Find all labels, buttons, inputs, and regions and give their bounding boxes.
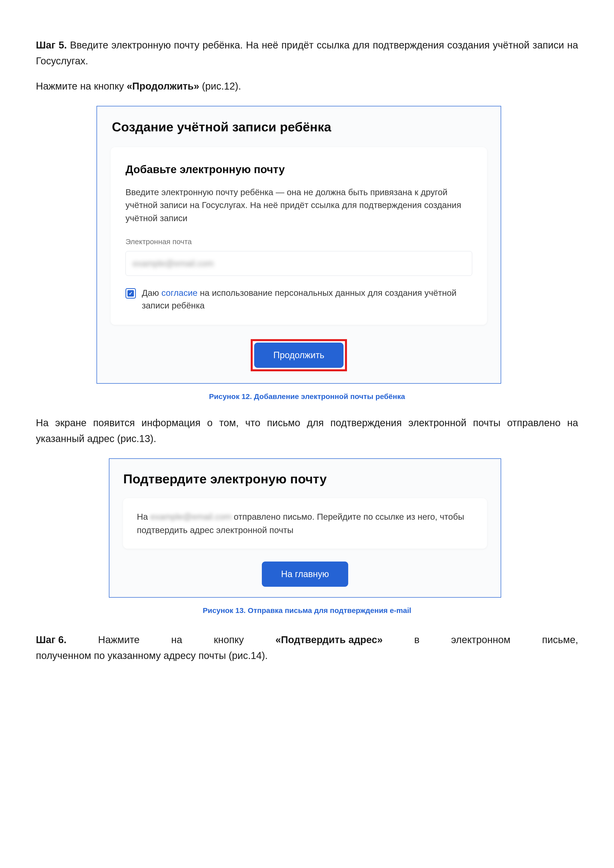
consent-text: Даю согласие на использование персональн… [142,287,472,312]
button-row-13: На главную [109,561,501,587]
continue-suffix: (рис.12). [199,81,241,91]
step-6-w5: электронном [451,632,511,648]
email-input-label: Электронная почта [126,236,472,248]
figure-13: Подтвердите электроную почту На example@… [109,458,501,598]
consent-row: ✓ Даю согласие на использование персонал… [126,287,472,312]
step-6-w6: письме, [542,632,578,648]
consent-checkbox[interactable]: ✓ [126,288,136,299]
step-6-w1: Нажмите [98,632,140,648]
step-6-w2: на [171,632,182,648]
confirm-blurred-email: example@email.com [150,510,231,524]
step-6-line2: полученном по указанному адресу почты (р… [36,648,578,663]
figure-12-caption: Рисунок 12. Добавление электронной почты… [36,391,578,403]
email-input-value: example@email.com [133,257,214,270]
home-button[interactable]: На главную [262,561,348,587]
email-description: Введите электронную почту ребёнка — она … [126,186,472,225]
form-title-13: Подтвердите электроную почту [109,459,501,498]
step-6-label: Шаг 6. [36,632,67,648]
email-card: Добавьте электронную почту Введите элект… [110,147,487,324]
mid-paragraph: На экране появится информация о том, что… [36,415,578,446]
form-title-12: Создание учётной записи ребёнка [97,106,501,147]
consent-prefix: Даю [142,288,162,298]
section-title-add-email: Добавьте электронную почту [126,161,472,178]
email-input[interactable]: example@email.com [126,251,472,276]
step-6-w3: кнопку [214,632,244,648]
step-6-paragraph: Шаг 6. Нажмите на кнопку «Подтвердить ад… [36,632,578,663]
step-6-w4: в [414,632,420,648]
confirm-card: На example@email.com отправлено письмо. … [123,498,487,549]
step-5-label: Шаг 5. [36,40,67,50]
continue-bold: «Продолжить» [127,81,199,91]
button-row-12: Продолжить [97,339,501,371]
continue-prefix: Нажмите на кнопку [36,81,127,91]
highlight-frame: Продолжить [251,339,347,371]
figure-13-caption: Рисунок 13. Отправка письма для подтверж… [36,604,578,617]
step-6-bold: «Подтвердить адрес» [275,632,382,648]
continue-button[interactable]: Продолжить [254,343,344,368]
continue-instruction: Нажмите на кнопку «Продолжить» (рис.12). [36,78,578,94]
confirm-text: На example@email.com отправлено письмо. … [137,510,473,537]
checkmark-icon: ✓ [127,290,134,297]
consent-link[interactable]: согласие [162,288,197,298]
figure-12: Создание учётной записи ребёнка Добавьте… [96,106,501,384]
step-6-line1: Шаг 6. Нажмите на кнопку «Подтвердить ад… [36,632,578,648]
confirm-prefix: На [137,512,150,521]
step-5-paragraph: Шаг 5. Введите электронную почту ребёнка… [36,37,578,69]
step-5-text: Введите электронную почту ребёнка. На не… [36,40,578,66]
